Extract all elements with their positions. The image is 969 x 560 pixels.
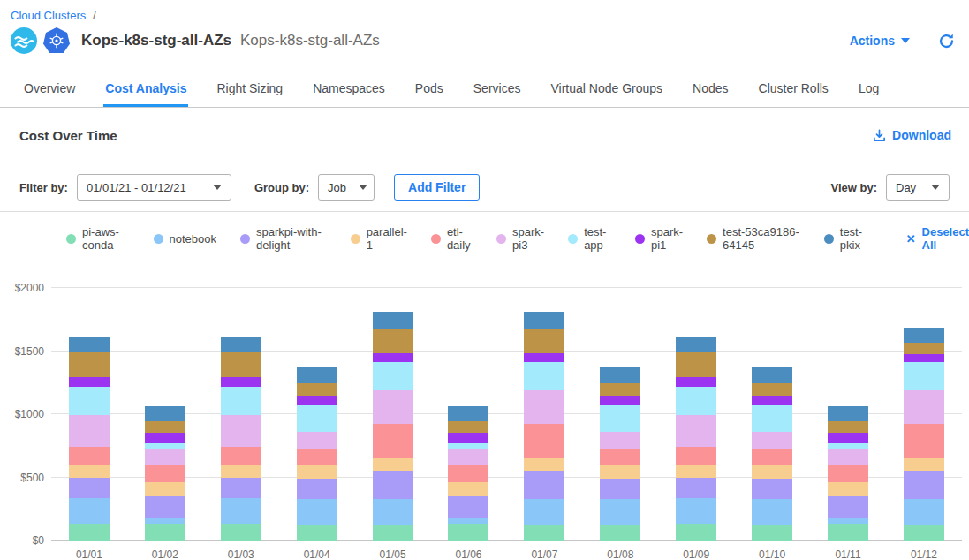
bar-segment-pi-aws-conda[interactable] [904, 525, 944, 541]
bar-segment-test-pkix[interactable] [448, 406, 488, 421]
group-by-select[interactable]: Job [318, 174, 375, 201]
legend-item-etl-daily[interactable]: etl-daily [431, 225, 473, 252]
bar-segment-pi-aws-conda[interactable] [828, 524, 868, 541]
bar-segment-test-app[interactable] [676, 387, 716, 414]
bar-segment-notebook[interactable] [752, 499, 792, 525]
bar-segment-parallel-1[interactable] [904, 458, 944, 471]
bar-segment-pi-aws-conda[interactable] [145, 524, 185, 541]
tab-cluster-rolls[interactable]: Cluster Rolls [757, 64, 830, 107]
bar-segment-test-53ca9186-64145[interactable] [69, 352, 110, 377]
tab-services[interactable]: Services [472, 64, 523, 107]
bar-segment-test-app[interactable] [524, 362, 564, 390]
bar-segment-spark-pi3[interactable] [904, 390, 944, 424]
bar-segment-parallel-1[interactable] [524, 458, 564, 471]
bar-segment-notebook[interactable] [448, 518, 488, 524]
bar-segment-spark-pi1[interactable] [448, 433, 488, 444]
bar-segment-test-app[interactable] [600, 405, 640, 432]
tab-right-sizing[interactable]: Right Sizing [215, 64, 284, 107]
bar-segment-sparkpi-with-delight[interactable] [297, 479, 337, 499]
bar-segment-sparkpi-with-delight[interactable] [828, 496, 868, 517]
bar-segment-test-pkix[interactable] [145, 406, 185, 421]
bar-segment-notebook[interactable] [297, 499, 337, 525]
tab-namespaces[interactable]: Namespaces [311, 64, 387, 107]
breadcrumb-link-cloud-clusters[interactable]: Cloud Clusters [11, 9, 86, 22]
refresh-icon[interactable] [938, 33, 955, 49]
bar-segment-test-pkix[interactable] [373, 312, 413, 329]
deselect-all-button[interactable]: ✕Deselect All [906, 225, 969, 252]
bar-segment-pi-aws-conda[interactable] [297, 525, 337, 541]
tab-pods[interactable]: Pods [413, 64, 445, 107]
bar-segment-test-53ca9186-64145[interactable] [828, 421, 868, 433]
bar-segment-test-app[interactable] [752, 405, 792, 432]
bar-segment-sparkpi-with-delight[interactable] [221, 478, 261, 499]
bar-segment-test-53ca9186-64145[interactable] [752, 383, 792, 396]
bar-segment-test-pkix[interactable] [600, 367, 640, 383]
bar-segment-notebook[interactable] [600, 499, 640, 525]
bar-segment-etl-daily[interactable] [828, 465, 868, 482]
bar-segment-spark-pi1[interactable] [373, 353, 413, 363]
bar-segment-spark-pi3[interactable] [676, 415, 716, 447]
bar-segment-pi-aws-conda[interactable] [524, 525, 564, 541]
bar-segment-notebook[interactable] [524, 499, 564, 525]
legend-item-test-pkix[interactable]: test-pkix [824, 225, 868, 252]
bar-segment-test-pkix[interactable] [524, 312, 564, 329]
bar-segment-spark-pi1[interactable] [600, 396, 640, 405]
bar-segment-etl-daily[interactable] [221, 447, 261, 464]
bar-segment-spark-pi3[interactable] [221, 415, 261, 447]
bar-segment-test-pkix[interactable] [752, 367, 792, 383]
bar-segment-spark-pi3[interactable] [524, 390, 564, 424]
bar-segment-sparkpi-with-delight[interactable] [752, 479, 792, 499]
bar-segment-test-53ca9186-64145[interactable] [448, 421, 488, 433]
bar-segment-parallel-1[interactable] [69, 465, 110, 478]
bar-segment-etl-daily[interactable] [752, 449, 792, 465]
bar-segment-parallel-1[interactable] [221, 465, 261, 478]
bar-segment-parallel-1[interactable] [145, 482, 185, 496]
actions-button[interactable]: Actions [844, 33, 915, 49]
bar-segment-pi-aws-conda[interactable] [373, 525, 413, 541]
bar-segment-etl-daily[interactable] [69, 447, 110, 464]
bar-segment-spark-pi1[interactable] [297, 396, 337, 405]
bar-segment-pi-aws-conda[interactable] [221, 524, 261, 541]
bar-segment-etl-daily[interactable] [524, 424, 564, 458]
legend-item-test-app[interactable]: test-app [568, 225, 611, 252]
bar-segment-sparkpi-with-delight[interactable] [373, 471, 413, 499]
bar-segment-sparkpi-with-delight[interactable] [69, 478, 110, 499]
bar-segment-spark-pi3[interactable] [752, 432, 792, 449]
bar-segment-spark-pi1[interactable] [145, 433, 185, 444]
legend-item-parallel-1[interactable]: parallel-1 [351, 225, 407, 252]
bar-segment-parallel-1[interactable] [676, 465, 716, 478]
bar-segment-notebook[interactable] [373, 499, 413, 525]
bar-segment-pi-aws-conda[interactable] [448, 524, 488, 541]
bar-segment-sparkpi-with-delight[interactable] [904, 471, 944, 499]
bar-segment-notebook[interactable] [69, 498, 110, 524]
bar-segment-test-53ca9186-64145[interactable] [221, 352, 261, 377]
bar-segment-notebook[interactable] [145, 518, 185, 524]
bar-segment-test-pkix[interactable] [676, 337, 716, 352]
bar-segment-notebook[interactable] [828, 518, 868, 524]
bar-segment-pi-aws-conda[interactable] [676, 524, 716, 541]
bar-segment-pi-aws-conda[interactable] [752, 525, 792, 541]
legend-item-test-53ca9186-64145[interactable]: test-53ca9186-64145 [707, 225, 800, 252]
bar-segment-spark-pi1[interactable] [524, 353, 564, 363]
bar-segment-test-53ca9186-64145[interactable] [904, 343, 944, 354]
bar-segment-test-pkix[interactable] [297, 367, 337, 383]
bar-segment-etl-daily[interactable] [600, 449, 640, 465]
bar-segment-sparkpi-with-delight[interactable] [676, 478, 716, 499]
bar-segment-spark-pi3[interactable] [828, 449, 868, 465]
bar-segment-test-pkix[interactable] [221, 337, 261, 352]
bar-segment-sparkpi-with-delight[interactable] [600, 479, 640, 499]
bar-segment-test-53ca9186-64145[interactable] [373, 329, 413, 353]
bar-segment-etl-daily[interactable] [448, 465, 488, 482]
bar-segment-test-53ca9186-64145[interactable] [600, 383, 640, 396]
legend-item-spark-pi3[interactable]: spark-pi3 [496, 225, 544, 252]
tab-log[interactable]: Log [857, 64, 881, 107]
bar-segment-test-53ca9186-64145[interactable] [297, 383, 337, 396]
bar-segment-sparkpi-with-delight[interactable] [524, 471, 564, 499]
bar-segment-etl-daily[interactable] [373, 424, 413, 458]
bar-segment-etl-daily[interactable] [676, 447, 716, 464]
bar-segment-parallel-1[interactable] [297, 465, 337, 479]
legend-item-spark-pi1[interactable]: spark-pi1 [635, 225, 683, 252]
bar-segment-notebook[interactable] [676, 498, 716, 524]
bar-segment-sparkpi-with-delight[interactable] [145, 496, 185, 517]
view-by-select[interactable]: Day [886, 174, 950, 201]
